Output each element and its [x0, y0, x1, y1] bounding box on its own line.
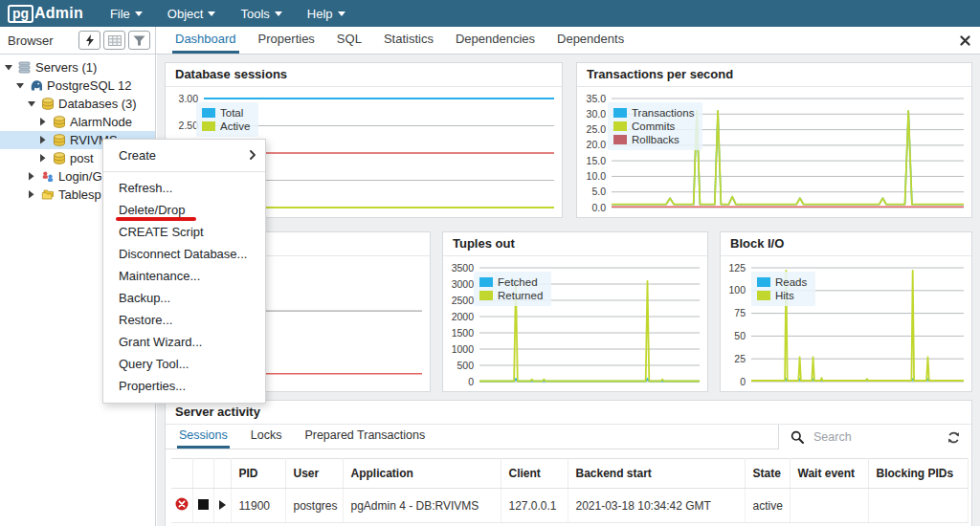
browser-toolbar: [78, 31, 150, 50]
caret-right-icon[interactable]: [38, 136, 48, 144]
svg-text:125: 125: [728, 262, 746, 274]
grid-icon: [108, 35, 122, 46]
transactions-per-second-chart: 35.030.025.020.015.010.05.00.0Transactio…: [577, 87, 971, 217]
context-menu-item-grant-wizard[interactable]: Grant Wizard...: [103, 331, 265, 353]
legend-entry: Commits: [613, 120, 694, 133]
panel-title: Transactions per second: [577, 63, 971, 87]
svg-text:2000: 2000: [452, 311, 475, 322]
context-menu-item-backup[interactable]: Backup...: [103, 287, 265, 309]
close-icon: [960, 35, 970, 46]
legend-entry: Rollbacks: [613, 133, 694, 146]
context-menu-item-query-tool[interactable]: Query Tool...: [103, 353, 265, 375]
subbar: Browser: [0, 27, 980, 55]
menubar-menus: File Object Tools Help: [110, 7, 345, 21]
context-menu-item-disconnect-database[interactable]: Disconnect Database...: [103, 243, 265, 265]
caret-down-icon[interactable]: [4, 65, 13, 71]
grid-view-button[interactable]: [103, 31, 125, 50]
table-row: 11900 postgres pgAdmin 4 - DB:RVIVMS 127…: [171, 489, 968, 523]
tab-dependents[interactable]: Dependents: [554, 27, 627, 54]
svg-text:30.0: 30.0: [587, 108, 607, 120]
dashboard: Database sessions 3.002.502.001.501.00To…: [157, 55, 980, 526]
tab-dashboard[interactable]: Dashboard: [172, 27, 239, 54]
tree-item-label: Servers (1): [35, 60, 97, 75]
cancel-query-button[interactable]: [192, 489, 213, 523]
database-icon: [52, 116, 66, 128]
sessions-table: PID User Application Client Backend star…: [171, 458, 969, 523]
context-menu-item-create-script[interactable]: CREATE Script: [103, 221, 265, 243]
menu-object[interactable]: Object: [167, 7, 216, 21]
filter-funnel-icon: [133, 35, 145, 46]
search-input[interactable]: [813, 430, 928, 444]
tab-prepared-transactions[interactable]: Prepared Transactions: [302, 425, 427, 449]
svg-text:5.0: 5.0: [591, 186, 606, 197]
svg-text:100: 100: [728, 284, 746, 296]
chevron-down-icon: [208, 11, 215, 16]
caret-right-icon[interactable]: [38, 118, 48, 126]
terminate-session-button[interactable]: [171, 489, 192, 523]
pgadmin-logo: pg Admin: [8, 5, 83, 23]
legend-entry: Returned: [479, 289, 543, 302]
panel-tuples-out: Tuples out 3500300025002000150010005000F…: [442, 231, 708, 392]
context-menu-item-restore[interactable]: Restore...: [103, 309, 265, 331]
quick-connect-button[interactable]: [78, 31, 100, 50]
chart-legend: ReadsHits: [751, 272, 815, 306]
caret-down-icon[interactable]: [27, 101, 36, 107]
legend-swatch: [479, 277, 493, 287]
svg-text:10.0: 10.0: [587, 170, 607, 182]
svg-text:3000: 3000: [452, 278, 475, 290]
legend-swatch: [613, 108, 627, 118]
svg-text:75: 75: [734, 307, 746, 318]
cell-application: pgAdmin 4 - DB:RVIVMS: [343, 489, 501, 523]
panel-title: Tuples out: [443, 232, 707, 256]
tab-dependencies[interactable]: Dependencies: [453, 27, 538, 54]
caret-right-icon[interactable]: [27, 172, 36, 181]
refresh-icon: [947, 430, 961, 445]
tab-properties[interactable]: Properties: [256, 27, 318, 54]
refresh-button[interactable]: [945, 428, 962, 446]
context-menu-item-refresh[interactable]: Refresh...: [103, 177, 265, 199]
tab-locks[interactable]: Locks: [249, 425, 284, 449]
panel-transactions-per-second: Transactions per second 35.030.025.020.0…: [576, 62, 972, 218]
chart-legend: FetchedReturned: [474, 272, 551, 306]
legend-label: Returned: [498, 289, 543, 302]
tree-item-postgresql-12[interactable]: PostgreSQL 12: [0, 77, 155, 95]
table-header-row: PID User Application Client Backend star…: [171, 459, 968, 489]
expand-row-button[interactable]: [213, 489, 231, 523]
legend-label: Total: [220, 106, 243, 120]
tree-item-alarmnode[interactable]: AlarmNode: [0, 113, 155, 131]
legend-label: Fetched: [498, 275, 538, 289]
tab-sql[interactable]: SQL: [334, 27, 365, 54]
caret-right-icon[interactable]: [27, 190, 36, 199]
caret-down-icon[interactable]: [15, 83, 25, 89]
logo-pg-badge: pg: [8, 5, 33, 23]
legend-swatch: [479, 291, 493, 300]
close-panel-button[interactable]: [958, 33, 971, 47]
tab-statistics[interactable]: Statistics: [381, 27, 436, 54]
terminate-icon: [175, 497, 189, 511]
cell-client: 127.0.0.1: [501, 489, 568, 523]
context-menu: Create Refresh... Delete/Drop CREATE Scr…: [102, 139, 266, 404]
cell-state: active: [745, 489, 790, 523]
menu-file[interactable]: File: [110, 7, 143, 21]
context-menu-item-maintenance[interactable]: Maintenance...: [103, 265, 265, 287]
col-backend-start: Backend start: [568, 459, 745, 489]
search-icon: [791, 430, 804, 444]
caret-right-icon[interactable]: [38, 154, 48, 163]
filter-button[interactable]: [128, 31, 150, 50]
tab-sessions[interactable]: Sessions: [177, 425, 230, 449]
col-state: State: [745, 459, 790, 489]
cell-user: postgres: [285, 489, 343, 523]
tree-item-databases[interactable]: Databases (3): [0, 95, 155, 113]
menu-tools[interactable]: Tools: [240, 7, 281, 21]
context-menu-item-properties[interactable]: Properties...: [103, 375, 265, 397]
col-user: User: [285, 459, 343, 489]
legend-label: Hits: [775, 289, 794, 302]
tree-item-servers[interactable]: Servers (1): [0, 58, 155, 77]
legend-swatch: [757, 277, 770, 287]
main-tabbar: Dashboard Properties SQL Statistics Depe…: [156, 27, 980, 54]
context-menu-item-delete-drop[interactable]: Delete/Drop: [103, 199, 265, 221]
tree-item-label: PostgreSQL 12: [47, 78, 131, 93]
menu-help[interactable]: Help: [307, 7, 345, 21]
context-menu-item-create[interactable]: Create: [103, 143, 265, 166]
legend-label: Reads: [775, 275, 807, 289]
